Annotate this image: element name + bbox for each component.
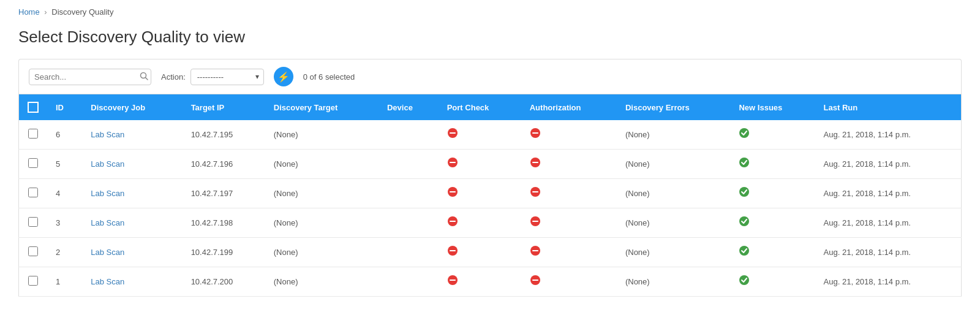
authorization-status-icon [530, 186, 541, 200]
cell-authorization [521, 179, 617, 208]
cell-authorization [521, 150, 617, 179]
row-checkbox[interactable] [28, 158, 38, 168]
svg-rect-13 [450, 191, 456, 192]
svg-rect-20 [532, 221, 538, 222]
authorization-status-icon [530, 275, 541, 289]
cell-target-ip: 10.42.7.198 [183, 208, 265, 238]
cell-target-ip: 10.42.7.200 [183, 267, 265, 297]
header-checkbox-col [19, 94, 48, 121]
cell-new-issues [730, 150, 815, 179]
svg-line-1 [146, 77, 148, 80]
authorization-status-icon [530, 245, 541, 259]
row-checkbox-cell [19, 238, 48, 267]
header-device: Device [379, 94, 439, 121]
row-checkbox[interactable] [28, 276, 38, 286]
row-checkbox-cell [19, 150, 48, 179]
page-wrapper: Home › Discovery Quality Select Discover… [0, 0, 980, 312]
cell-discovery-target: (None) [265, 238, 379, 267]
cell-id: 6 [47, 120, 82, 150]
discovery-job-link[interactable]: Lab Scan [91, 159, 124, 169]
cell-discovery-errors: (None) [617, 150, 731, 179]
svg-point-11 [739, 158, 749, 167]
cell-new-issues [730, 208, 815, 238]
cell-discovery-job: Lab Scan [82, 120, 182, 150]
row-checkbox[interactable] [28, 129, 38, 139]
cell-device [379, 179, 439, 208]
cell-id: 4 [47, 179, 82, 208]
discovery-job-link[interactable]: Lab Scan [91, 218, 124, 227]
header-last-run: Last Run [815, 94, 962, 121]
action-select-wrapper: ---------- ▾ [190, 69, 264, 85]
cell-discovery-target: (None) [265, 267, 379, 297]
discovery-job-link[interactable]: Lab Scan [91, 248, 124, 257]
cell-discovery-target: (None) [265, 208, 379, 238]
row-checkbox[interactable] [28, 246, 38, 256]
svg-rect-8 [450, 162, 456, 163]
cell-id: 1 [47, 267, 82, 297]
cell-target-ip: 10.42.7.195 [183, 120, 265, 150]
new-issues-status-icon [739, 275, 750, 289]
row-checkbox-cell [19, 208, 48, 238]
authorization-status-icon [530, 216, 541, 230]
authorization-status-icon [530, 157, 541, 171]
svg-rect-23 [450, 250, 456, 251]
breadcrumb-home-link[interactable]: Home [18, 7, 40, 17]
discovery-job-link[interactable]: Lab Scan [91, 130, 124, 139]
row-checkbox[interactable] [28, 217, 38, 227]
cell-discovery-job: Lab Scan [82, 150, 182, 179]
breadcrumb-separator: › [44, 7, 47, 17]
table-row: 2Lab Scan10.42.7.199(None)(None)Aug. 21,… [19, 238, 962, 267]
port-check-status-icon [447, 245, 458, 259]
new-issues-status-icon [739, 157, 750, 171]
cell-new-issues [730, 120, 815, 150]
table-row: 5Lab Scan10.42.7.196(None)(None)Aug. 21,… [19, 150, 962, 179]
header-new-issues: New Issues [730, 94, 815, 121]
header-id: ID [47, 94, 82, 121]
header-port-check: Port Check [439, 94, 521, 121]
cell-last-run: Aug. 21, 2018, 1:14 p.m. [815, 120, 962, 150]
search-input[interactable] [34, 72, 137, 82]
row-checkbox[interactable] [28, 188, 38, 197]
cell-discovery-target: (None) [265, 179, 379, 208]
cell-device [379, 150, 439, 179]
svg-rect-25 [532, 250, 538, 251]
svg-rect-15 [532, 191, 538, 192]
cell-target-ip: 10.42.7.197 [183, 179, 265, 208]
run-action-button[interactable]: ⚡ [274, 67, 293, 86]
cell-discovery-errors: (None) [617, 238, 731, 267]
new-issues-status-icon [739, 216, 750, 230]
cell-authorization [521, 238, 617, 267]
header-authorization: Authorization [521, 94, 617, 121]
cell-discovery-job: Lab Scan [82, 238, 182, 267]
toolbar: Action: ---------- ▾ ⚡ 0 of 6 selected [18, 59, 962, 94]
search-icon [140, 72, 148, 82]
header-target-ip: Target IP [183, 94, 265, 121]
cell-authorization [521, 267, 617, 297]
discovery-job-link[interactable]: Lab Scan [91, 189, 124, 198]
cell-new-issues [730, 267, 815, 297]
row-checkbox-cell [19, 120, 48, 150]
cell-discovery-job: Lab Scan [82, 267, 182, 297]
cell-new-issues [730, 179, 815, 208]
discovery-job-link[interactable]: Lab Scan [91, 277, 124, 286]
svg-point-16 [739, 187, 749, 197]
cell-last-run: Aug. 21, 2018, 1:14 p.m. [815, 150, 962, 179]
port-check-status-icon [447, 275, 458, 289]
data-table: ID Discovery Job Target IP Discovery Tar… [18, 94, 962, 297]
table-row: 3Lab Scan10.42.7.198(None)(None)Aug. 21,… [19, 208, 962, 238]
cell-id: 5 [47, 150, 82, 179]
select-all-checkbox[interactable] [28, 102, 39, 113]
authorization-status-icon [530, 127, 541, 142]
row-checkbox-cell [19, 179, 48, 208]
cell-id: 3 [47, 208, 82, 238]
action-select[interactable]: ---------- [190, 69, 264, 85]
port-check-status-icon [447, 186, 458, 200]
header-discovery-errors: Discovery Errors [617, 94, 731, 121]
cell-new-issues [730, 238, 815, 267]
svg-rect-18 [450, 221, 456, 222]
breadcrumb-current: Discovery Quality [51, 7, 113, 17]
port-check-status-icon [447, 127, 458, 142]
cell-discovery-job: Lab Scan [82, 208, 182, 238]
lightning-icon: ⚡ [277, 71, 290, 83]
port-check-status-icon [447, 157, 458, 171]
